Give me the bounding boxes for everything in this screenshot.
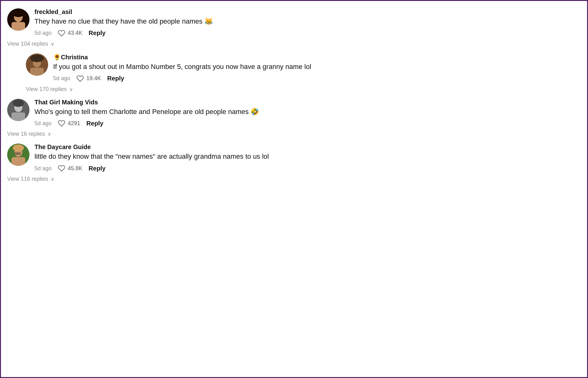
comment-text: If you got a shout out in Mambo Number 5… [53, 62, 442, 72]
avatar [7, 8, 30, 31]
avatar [26, 53, 48, 76]
svg-rect-11 [11, 112, 25, 121]
comment-meta: 5d ago 4291Reply [34, 120, 442, 127]
view-replies-text: View 116 replies [7, 176, 48, 182]
comment-item: 🌻ChristinaIf you got a shout out in Mamb… [26, 53, 442, 82]
view-replies-text: View 104 replies [7, 41, 48, 47]
heart-icon [58, 165, 65, 172]
like-count: 4291 [68, 120, 80, 127]
chevron-down-icon: ∨ [51, 176, 54, 182]
timestamp: 5d ago [53, 75, 70, 82]
like-count: 45.8K [68, 165, 82, 172]
comment-item: The Daycare Guidelittle do they know tha… [7, 143, 442, 172]
like-button[interactable]: 19.4K [76, 75, 101, 82]
comment-content: freckled_asilThey have no clue that they… [34, 8, 442, 37]
comment-text: little do they know that the "new names"… [34, 152, 442, 162]
username: 🌻Christina [53, 53, 442, 61]
view-replies-text: View 170 replies [26, 86, 67, 93]
heart-icon [58, 30, 65, 37]
timestamp: 5d ago [34, 30, 52, 36]
svg-rect-7 [30, 68, 44, 76]
like-button[interactable]: 43.4K [58, 30, 82, 37]
view-replies-button[interactable]: View 116 replies∨ [7, 176, 442, 182]
username: freckled_asil [34, 8, 442, 16]
reply-button[interactable]: Reply [107, 75, 124, 82]
comment-content: The Daycare Guidelittle do they know tha… [34, 143, 442, 172]
reply-button[interactable]: Reply [89, 30, 105, 37]
comment-item: That Girl Making VidsWho's going to tell… [7, 99, 442, 127]
like-count: 43.4K [68, 30, 82, 36]
svg-point-14 [13, 144, 24, 151]
like-button[interactable]: 45.8K [58, 165, 82, 172]
comment-text: Who's going to tell them Charlotte and P… [34, 107, 442, 117]
chevron-down-icon: ∨ [51, 41, 54, 47]
comment-meta: 5d ago 43.4KReply [34, 30, 442, 37]
svg-point-6 [30, 55, 44, 62]
comment-item: freckled_asilThey have no clue that they… [7, 8, 442, 37]
timestamp: 5d ago [34, 165, 52, 172]
username: The Daycare Guide [34, 143, 442, 151]
comment-content: 🌻ChristinaIf you got a shout out in Mamb… [53, 53, 442, 82]
svg-point-2 [12, 8, 25, 17]
username: That Girl Making Vids [34, 99, 442, 106]
chevron-down-icon: ∨ [48, 131, 51, 137]
view-replies-button[interactable]: View 16 replies∨ [7, 131, 442, 137]
view-replies-text: View 16 replies [7, 131, 45, 137]
reply-button[interactable]: Reply [89, 165, 105, 172]
svg-rect-15 [11, 157, 25, 166]
comment-meta: 5d ago 19.4KReply [53, 75, 442, 82]
view-replies-button[interactable]: View 104 replies∨ [7, 41, 442, 47]
comment-thread: freckled_asilThey have no clue that they… [7, 8, 442, 182]
svg-point-10 [13, 99, 24, 107]
comment-text: They have no clue that they have the old… [34, 17, 442, 26]
avatar [7, 99, 30, 121]
like-count: 19.4K [86, 75, 101, 82]
svg-rect-3 [11, 22, 25, 31]
like-button[interactable]: 4291 [58, 120, 80, 127]
heart-icon [58, 120, 65, 127]
comment-meta: 5d ago 45.8KReply [34, 165, 442, 172]
comment-content: That Girl Making VidsWho's going to tell… [34, 99, 442, 127]
reply-button[interactable]: Reply [86, 120, 103, 127]
avatar [7, 143, 30, 166]
chevron-down-icon: ∨ [69, 86, 73, 92]
heart-icon [76, 75, 84, 82]
timestamp: 5d ago [34, 120, 52, 127]
view-replies-button[interactable]: View 170 replies∨ [26, 86, 442, 93]
